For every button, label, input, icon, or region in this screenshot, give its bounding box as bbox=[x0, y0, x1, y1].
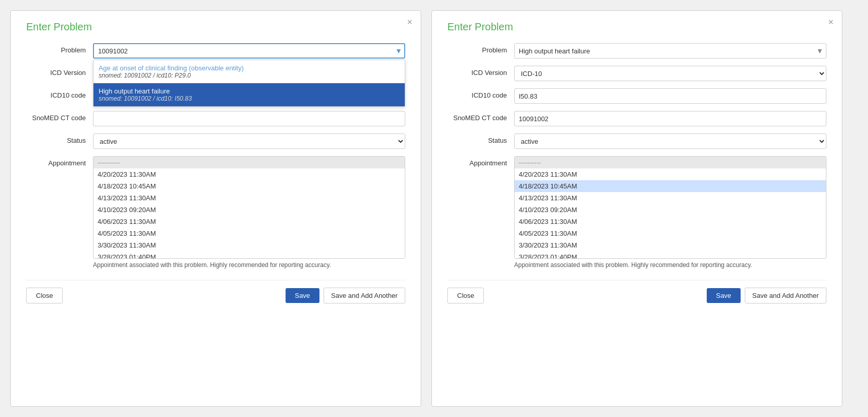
dialog1-snomed-row: SnoMED CT code bbox=[26, 111, 405, 126]
dialog1-footer: Close Save Save and Add Another bbox=[26, 280, 405, 304]
dialog2-appointment-label: Appointment bbox=[447, 156, 514, 167]
dialog1-problem-row: Problem ▼ Age at onset of clinical findi… bbox=[26, 43, 405, 59]
dialog1-close-button[interactable]: Close bbox=[26, 288, 63, 304]
dialog2-icdversion-select[interactable]: ICD-10 ICD-9 bbox=[514, 66, 826, 81]
dialog2-close-x[interactable]: × bbox=[828, 17, 834, 28]
dialog2-problem-row: Problem ▼ bbox=[447, 43, 826, 59]
dialog1-status-field: active inactive resolved bbox=[93, 134, 405, 149]
dialog1-status-row: Status active inactive resolved bbox=[26, 134, 405, 149]
dialog1-appt-item-3[interactable]: 4/10/2023 09:20AM bbox=[93, 204, 405, 216]
dialog1-appt-item-4[interactable]: 4/06/2023 11:30AM bbox=[93, 216, 405, 228]
dialog1-autocomplete-item2-title: High output heart failure bbox=[99, 87, 400, 95]
dialog1-icd10-label: ICD10 code bbox=[26, 88, 93, 99]
dialog1-appointment-field: ---------- 4/20/2023 11:30AM 4/18/2023 1… bbox=[93, 156, 405, 270]
dialog1-status-label: Status bbox=[26, 134, 93, 144]
dialog2-snomed-row: SnoMED CT code bbox=[447, 111, 826, 126]
dialog2-appt-item-5[interactable]: 4/05/2023 11:30AM bbox=[515, 228, 826, 239]
dialog1-appointment-row: Appointment ---------- 4/20/2023 11:30AM… bbox=[26, 156, 405, 270]
dialog1-appointment-list[interactable]: ---------- 4/20/2023 11:30AM 4/18/2023 1… bbox=[93, 156, 405, 259]
dialog2-appt-item-3[interactable]: 4/10/2023 09:20AM bbox=[515, 204, 826, 216]
enter-problem-dialog-1: Enter Problem × Problem ▼ Age at onset o… bbox=[10, 10, 421, 407]
dialog2-save-add-button[interactable]: Save and Add Another bbox=[745, 288, 826, 304]
dialog1-icdversion-label: ICD Version bbox=[26, 66, 93, 77]
dialog2-problem-dropdown-arrow[interactable]: ▼ bbox=[816, 47, 823, 55]
dialog1-problem-field: ▼ Age at onset of clinical finding (obse… bbox=[93, 43, 405, 59]
dialog1-autocomplete-item1-title: Age at onset of clinical finding (observ… bbox=[99, 64, 400, 72]
dialog1-appt-item-0[interactable]: 4/20/2023 11:30AM bbox=[93, 168, 405, 180]
dialog2-snomed-label: SnoMED CT code bbox=[447, 111, 514, 122]
dialog2-appt-item-7[interactable]: 3/28/2023 01:40PM bbox=[515, 251, 826, 259]
dialog1-appt-note: Appointment associated with this problem… bbox=[93, 261, 405, 270]
dialog1-autocomplete-item1-sub: snomed: 10091002 / icd10: P29.0 bbox=[99, 72, 400, 79]
dialog2-close-button[interactable]: Close bbox=[447, 288, 484, 304]
dialog2-icd10-row: ICD10 code bbox=[447, 88, 826, 104]
dialog1-problem-label: Problem bbox=[26, 43, 93, 54]
dialog2-status-select[interactable]: active inactive resolved bbox=[514, 134, 826, 149]
dialog2-appointment-row: Appointment ---------- 4/20/2023 11:30AM… bbox=[447, 156, 826, 270]
dialog2-problem-field: ▼ bbox=[514, 43, 826, 59]
dialog2-problem-input-wrap: ▼ bbox=[514, 43, 826, 59]
dialog1-snomed-label: SnoMED CT code bbox=[26, 111, 93, 122]
enter-problem-dialog-2: Enter Problem × Problem ▼ ICD Version IC… bbox=[431, 10, 842, 407]
dialog2-title: Enter Problem bbox=[447, 21, 826, 33]
dialog1-problem-dropdown-arrow[interactable]: ▼ bbox=[395, 47, 402, 55]
dialog2-problem-input[interactable] bbox=[514, 43, 826, 59]
dialog2-icd10-label: ICD10 code bbox=[447, 88, 514, 99]
dialog2-status-label: Status bbox=[447, 134, 514, 144]
dialog1-autocomplete-item1[interactable]: Age at onset of clinical finding (observ… bbox=[93, 60, 405, 83]
dialog2-status-field: active inactive resolved bbox=[514, 134, 826, 149]
dialog2-appt-note: Appointment associated with this problem… bbox=[514, 261, 826, 270]
dialog1-autocomplete-dropdown: Age at onset of clinical finding (observ… bbox=[93, 60, 405, 107]
dialog2-appt-item-0[interactable]: 4/20/2023 11:30AM bbox=[515, 168, 826, 180]
dialog1-snomed-field bbox=[93, 111, 405, 126]
dialog2-icdversion-field: ICD-10 ICD-9 bbox=[514, 66, 826, 81]
dialog1-appt-item-2[interactable]: 4/13/2023 11:30AM bbox=[93, 192, 405, 204]
dialog1-appt-item-7[interactable]: 3/28/2023 01:40PM bbox=[93, 251, 405, 259]
dialog1-appt-placeholder[interactable]: ---------- bbox=[93, 157, 405, 168]
dialog1-close-x[interactable]: × bbox=[407, 17, 412, 28]
dialog2-appt-item-2[interactable]: 4/13/2023 11:30AM bbox=[515, 192, 826, 204]
dialog2-appt-item-1[interactable]: 4/18/2023 10:45AM bbox=[515, 180, 826, 192]
dialog2-appt-item-4[interactable]: 4/06/2023 11:30AM bbox=[515, 216, 826, 228]
dialog2-status-row: Status active inactive resolved bbox=[447, 134, 826, 149]
dialog2-icd10-field bbox=[514, 88, 826, 104]
dialog2-appt-item-6[interactable]: 3/30/2023 11:30AM bbox=[515, 239, 826, 251]
dialog1-autocomplete-item2[interactable]: High output heart failure snomed: 100910… bbox=[93, 83, 405, 106]
dialog2-save-button[interactable]: Save bbox=[707, 288, 741, 303]
dialog1-status-select[interactable]: active inactive resolved bbox=[93, 134, 405, 149]
dialog1-save-button[interactable]: Save bbox=[286, 288, 319, 303]
dialog1-appointment-label: Appointment bbox=[26, 156, 93, 167]
dialog1-title: Enter Problem bbox=[26, 21, 405, 33]
dialog2-icdversion-label: ICD Version bbox=[447, 66, 514, 77]
dialog2-icdversion-row: ICD Version ICD-10 ICD-9 bbox=[447, 66, 826, 81]
dialog2-snomed-field bbox=[514, 111, 826, 126]
dialog1-problem-input[interactable] bbox=[93, 43, 405, 59]
dialog1-appt-item-5[interactable]: 4/05/2023 11:30AM bbox=[93, 228, 405, 239]
dialog2-appointment-field: ---------- 4/20/2023 11:30AM 4/18/2023 1… bbox=[514, 156, 826, 270]
dialog2-appointment-list[interactable]: ---------- 4/20/2023 11:30AM 4/18/2023 1… bbox=[514, 156, 826, 259]
dialog1-appt-item-6[interactable]: 3/30/2023 11:30AM bbox=[93, 239, 405, 251]
dialog1-snomed-input[interactable] bbox=[93, 111, 405, 126]
dialog2-footer: Close Save Save and Add Another bbox=[447, 280, 826, 304]
dialog2-problem-label: Problem bbox=[447, 43, 514, 54]
dialog1-appt-item-1[interactable]: 4/18/2023 10:45AM bbox=[93, 180, 405, 192]
dialog2-appt-placeholder[interactable]: ---------- bbox=[515, 157, 826, 168]
dialog1-save-add-button[interactable]: Save and Add Another bbox=[324, 288, 405, 304]
dialog1-problem-input-wrap: ▼ bbox=[93, 43, 405, 59]
dialog2-snomed-input[interactable] bbox=[514, 111, 826, 126]
dialog1-autocomplete-item2-sub: snomed: 10091002 / icd10: I50.83 bbox=[99, 95, 400, 102]
dialog2-icd10-input[interactable] bbox=[514, 88, 826, 104]
